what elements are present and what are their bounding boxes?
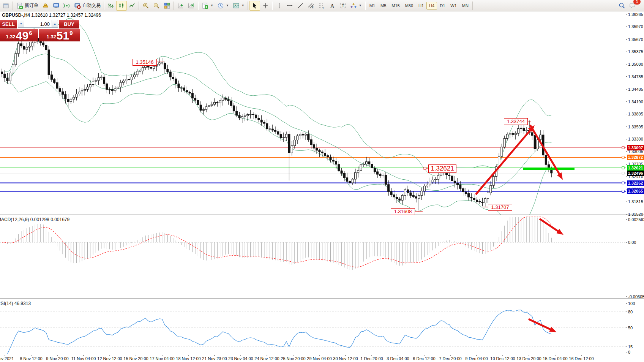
chart-title: GBPUSD-,H4 1.32618 1.32727 1.32457 1.324…	[2, 13, 101, 18]
shapes-button[interactable]: ▼	[348, 1, 364, 11]
chart-graphics	[0, 11, 644, 362]
bid-price-pipette: 6	[29, 30, 32, 36]
deposit-gold-button[interactable]	[40, 1, 51, 11]
ask-price-box[interactable]: 1.32 51 9	[39, 29, 80, 41]
volume-decrease-button[interactable]: ▼	[18, 20, 24, 28]
textA-icon: A	[329, 2, 336, 9]
signal-icon	[63, 2, 70, 9]
current-price-badge: 1.32496	[627, 171, 644, 176]
timeframe-button-m5[interactable]: M5	[378, 2, 389, 9]
trend-arrows[interactable]	[476, 125, 562, 331]
timeframe-button-m15[interactable]: M15	[389, 2, 402, 9]
green-support-segment[interactable]	[523, 168, 575, 170]
signals-button[interactable]	[62, 1, 72, 11]
plusdoc-icon	[202, 2, 208, 9]
toolbar-separator	[365, 2, 366, 10]
bid-price-box[interactable]: 1.32 49 6	[0, 29, 38, 41]
zin-icon	[142, 2, 149, 9]
win-icon	[3, 2, 9, 9]
fibo-icon: F	[318, 2, 325, 9]
price-level-badge: 1.32065	[627, 188, 644, 194]
neworder-icon	[16, 2, 23, 9]
price-annotation[interactable]: 1.33744	[504, 118, 528, 125]
chart-shift-button[interactable]	[186, 1, 197, 11]
dropdown-arrow-icon: ▼	[242, 4, 245, 7]
macd-histogram	[2, 217, 551, 270]
shift-icon	[188, 2, 195, 9]
dropdown-arrow-icon: ▼	[210, 4, 213, 7]
linechart-icon	[129, 2, 136, 9]
support-chat-button[interactable]	[51, 1, 62, 11]
ask-price-prefix: 1.32	[46, 34, 56, 40]
annotation-connectors	[157, 62, 531, 212]
cross-icon	[262, 2, 269, 9]
timeframe-button-d1[interactable]: D1	[437, 2, 448, 9]
timeframe-button-m1[interactable]: M1	[367, 2, 378, 9]
timeframe-button-h1[interactable]: H1	[416, 2, 426, 9]
rsi-axis-label: 100	[628, 301, 644, 306]
crosshair-button[interactable]	[260, 1, 271, 11]
search-icon	[619, 2, 625, 9]
channel-button[interactable]: E	[306, 1, 316, 11]
bar-chart-button[interactable]	[106, 1, 116, 11]
svg-text:A: A	[330, 3, 335, 9]
time-axis-label: 16 Dec 12:00	[563, 356, 600, 361]
trendline-button[interactable]	[295, 1, 306, 11]
price-annotation[interactable]: 1.35146	[133, 59, 157, 66]
volume-input[interactable]: 1.00	[24, 20, 52, 28]
notifications-button[interactable]: 1	[627, 1, 638, 11]
horizontal-line-button[interactable]	[284, 1, 295, 11]
price-annotation[interactable]: 1.31608	[391, 208, 415, 215]
clock-icon	[217, 2, 224, 9]
candle-chart-button[interactable]	[116, 1, 127, 11]
volume-increase-button[interactable]: ▲	[52, 20, 58, 28]
one-click-trading-panel: SELL ▼ 1.00 ▲ BUY 1.32 49 6 1.32 51 9	[0, 20, 80, 41]
sell-button[interactable]: SELL	[0, 20, 17, 28]
price-axis-label: 1.31520	[628, 212, 644, 217]
new-order-button[interactable]: 新订单	[14, 1, 40, 11]
macd-indicator-label: MACD(12,26,9) 0.001298 0.001679	[0, 217, 69, 222]
timeframe-button-m30[interactable]: M30	[402, 2, 416, 9]
cursor-button[interactable]	[249, 1, 260, 11]
line-chart-button[interactable]	[127, 1, 137, 11]
zoom-out-button[interactable]	[151, 1, 162, 11]
fibonacci-button[interactable]: F	[316, 1, 327, 11]
buy-button[interactable]: BUY	[59, 20, 79, 28]
search-button[interactable]	[617, 1, 627, 11]
tile-windows-button[interactable]	[162, 1, 172, 11]
price-axis-label: 1.31815	[628, 199, 644, 204]
dropdown-arrow-icon: ▼	[359, 4, 362, 7]
timeframe-button-w1[interactable]: W1	[448, 2, 459, 9]
rsi-axis-label: 15	[628, 345, 644, 349]
price-axis-label: 1.34785	[628, 74, 644, 79]
auto-scroll-button[interactable]	[175, 1, 186, 11]
toolbar-separator	[272, 2, 273, 10]
rsi-axis-label: 50	[628, 326, 644, 330]
timeframe-button-mn[interactable]: MN	[459, 2, 471, 9]
price-annotation[interactable]: 1.31707	[488, 204, 512, 211]
price-annotation[interactable]: 1.32621	[428, 164, 456, 173]
timeframe-button-h4[interactable]: H4	[426, 2, 437, 9]
bid-price-prefix: 1.32	[6, 34, 15, 40]
ask-price-pipette: 9	[69, 30, 73, 36]
toolbar-separator	[139, 2, 139, 10]
vertical-line-button[interactable]	[274, 1, 284, 11]
pane-separators[interactable]	[0, 215, 644, 300]
price-level-badge: 1.32262	[627, 180, 644, 186]
price-level-badge: 1.32621	[627, 165, 644, 171]
rsi-axis-label: 80	[628, 310, 644, 314]
svg-text:E: E	[312, 6, 314, 9]
chart-window-icon	[1, 1, 11, 11]
periods-button[interactable]: ▼	[215, 1, 231, 11]
toolbar-separator	[472, 2, 473, 10]
price-axis-label: 1.33300	[628, 137, 644, 141]
templates-button[interactable]: ▼	[231, 1, 246, 11]
scroll-icon	[177, 2, 184, 9]
zout-icon	[153, 2, 160, 9]
rsi-level-lines	[0, 312, 626, 347]
zoom-in-button[interactable]	[140, 1, 151, 11]
autotrading-button[interactable]: 自动交易	[72, 1, 103, 11]
indicators-button[interactable]: ▼	[200, 1, 215, 11]
text-button[interactable]: A	[327, 1, 338, 11]
label-button[interactable]: T	[338, 1, 348, 11]
